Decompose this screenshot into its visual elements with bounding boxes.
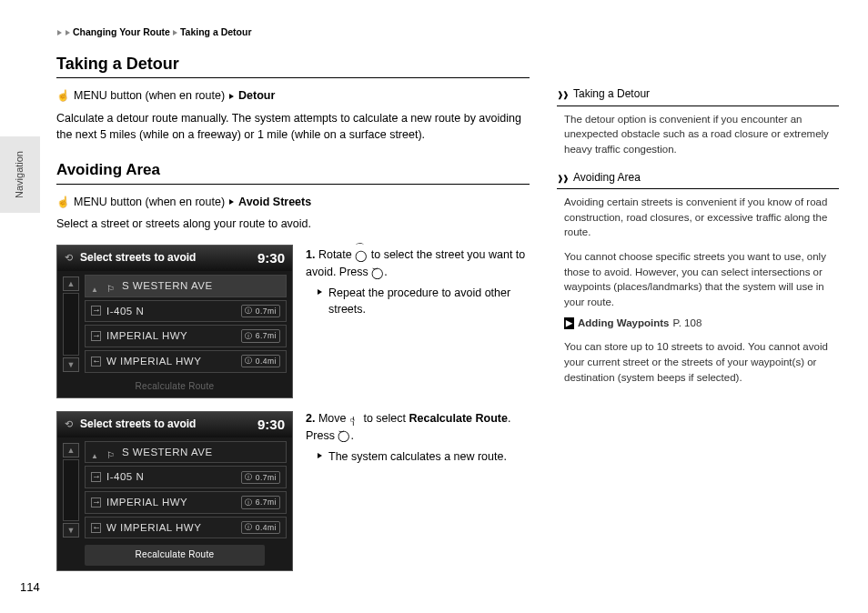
sidebar-title: Taking a Detour [573,86,650,102]
recalculate-button[interactable]: Recalculate Route [57,377,292,398]
distance-badge: 6.7mi [241,496,280,508]
scrollbar[interactable]: ▲ ▼ [63,443,79,538]
step-target: Recalculate Route [409,412,508,425]
section-tab: Navigation [0,136,40,213]
turn-right-icon [91,472,101,482]
joystick-down-icon [349,411,360,427]
sidebar-notes: Taking a Detour The detour option is con… [557,52,839,571]
sidebar-heading: Avoiding Area [557,170,839,189]
screenshot-avoid-streets: Select streets to avoid 9:30 ▲ ▼ S WESTE… [56,245,293,398]
section-tab-label: Navigation [13,151,27,198]
distance-badge: 0.4mi [241,521,280,534]
start-icon [91,447,101,457]
flag-icon [106,447,116,457]
detour-description: Calculate a detour route manually. The s… [56,110,530,143]
breadcrumb-part: Taking a Detour [180,25,252,39]
clock: 9:30 [257,415,285,435]
street-name: S WESTERN AVE [122,445,213,460]
menu-target: Detour [238,87,275,104]
rotary-dial-icon [355,247,368,264]
step-sub-text: The system calculates a new route. [328,448,507,465]
street-row[interactable]: I-405 N0.7mi [85,300,287,323]
distance-badge: 0.4mi [241,355,280,367]
breadcrumb: Changing Your Route Taking a Detour [56,25,839,39]
turn-left-icon [91,523,101,533]
reference-icon: ▶ [564,317,574,329]
step-1: 1. Rotate to select the street you want … [306,246,530,317]
street-row[interactable]: S WESTERN AVE [85,275,287,297]
avoid-description: Select a street or streets along your ro… [56,216,530,232]
main-content: Taking a Detour MENU button (when en rou… [56,52,530,571]
turn-left-icon [91,357,101,367]
chevron-right-icon [318,289,322,295]
step-text: Move [318,412,347,425]
chevron-right-icon [66,30,70,35]
distance-badge: 6.7mi [241,329,280,342]
street-name: I-405 N [106,304,144,319]
hand-icon [56,194,70,210]
start-icon [91,281,101,291]
double-chevron-icon [557,170,570,186]
reference-page: P. 108 [673,316,702,331]
street-row[interactable]: W IMPERIAL HWY0.4mi [85,517,287,539]
step-text: to select [363,412,406,425]
turn-right-icon [91,331,101,341]
scroll-up-icon[interactable]: ▲ [63,443,79,457]
heading-avoiding-area: Avoiding Area [56,159,530,185]
menu-path-text: MENU button (when en route) [74,194,225,210]
street-row[interactable]: S WESTERN AVE [85,441,287,464]
press-button-icon [338,427,350,444]
menu-path-text: MENU button (when en route) [74,87,225,104]
turn-right-icon [91,306,101,316]
recalculate-button[interactable]: Recalculate Route [85,545,265,566]
hand-icon [56,87,70,104]
step-text: Rotate [318,248,352,261]
sidebar-text: You can store up to 10 streets to avoid.… [564,339,835,385]
street-row[interactable]: W IMPERIAL HWY0.4mi [85,350,287,373]
street-row[interactable]: IMPERIAL HWY6.7mi [85,325,287,347]
cross-reference: ▶ Adding Waypoints P. 108 [564,316,835,331]
page-number: 114 [20,579,40,597]
scrollbar[interactable]: ▲ ▼ [63,276,79,372]
street-name: S WESTERN AVE [122,278,213,294]
chevron-right-icon [229,199,234,205]
distance-badge: 0.7mi [241,471,280,484]
turn-right-icon [91,497,101,507]
street-name: IMPERIAL HWY [106,328,187,344]
street-row[interactable]: IMPERIAL HWY6.7mi [85,491,287,514]
screen-title: Select streets to avoid [80,251,196,264]
menu-path: MENU button (when en route) Detour [56,87,530,104]
street-name: W IMPERIAL HWY [106,354,201,369]
sidebar-title: Avoiding Area [573,170,641,186]
street-row[interactable]: I-405 N0.7mi [85,466,287,488]
scroll-down-icon[interactable]: ▼ [63,357,79,372]
screen-title: Select streets to avoid [80,417,196,430]
clock: 9:30 [257,248,285,268]
street-name: IMPERIAL HWY [106,495,187,510]
chevron-right-icon [318,453,322,458]
sidebar-heading: Taking a Detour [557,86,839,106]
menu-target: Avoid Streets [238,194,311,210]
flag-icon [106,281,116,291]
press-button-icon [371,265,384,281]
heading-taking-detour: Taking a Detour [56,52,530,78]
chevron-right-icon [173,30,177,35]
sidebar-text: The detour option is convenient if you e… [564,112,835,157]
chevron-right-icon [57,30,62,35]
distance-badge: 0.7mi [241,305,280,317]
breadcrumb-part: Changing Your Route [73,25,170,39]
scroll-down-icon[interactable]: ▼ [63,523,79,538]
menu-path: MENU button (when en route) Avoid Street… [56,194,530,210]
chevron-right-icon [229,94,234,99]
step-sub-text: Repeat the procedure to avoid other stre… [328,285,530,317]
sidebar-text: You cannot choose specific streets you w… [564,249,835,310]
reference-title: Adding Waypoints [578,316,670,331]
return-icon [65,250,78,266]
street-name: I-405 N [106,469,144,485]
double-chevron-icon [557,86,570,102]
scroll-up-icon[interactable]: ▲ [63,276,79,291]
screenshot-avoid-streets: Select streets to avoid 9:30 ▲ ▼ S WESTE… [56,411,293,571]
sidebar-text: Avoiding certain streets is convenient i… [564,195,835,240]
street-name: W IMPERIAL HWY [106,520,201,536]
step-2: 2. Move to select Recalculate Route. Pre… [306,410,530,465]
